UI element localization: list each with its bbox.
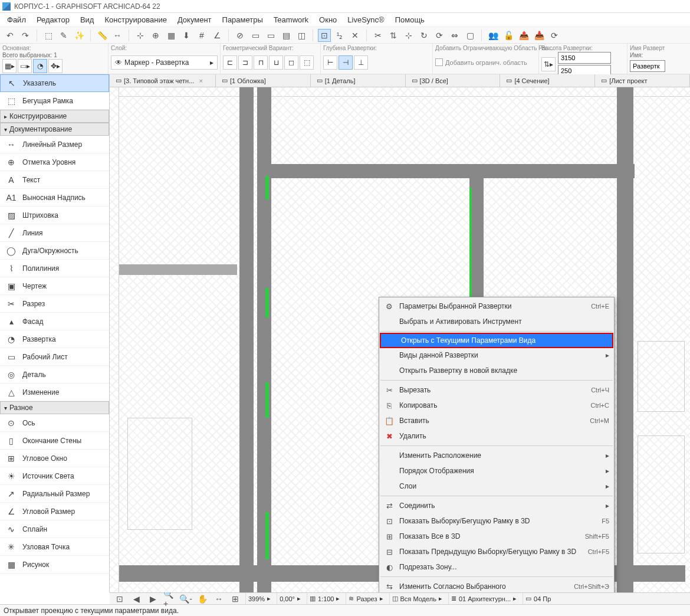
tool-item[interactable]: ⌇Полилиния xyxy=(0,260,109,277)
tool-item[interactable]: △Изменение xyxy=(0,384,109,401)
view-tab[interactable]: ▭[1 Деталь] xyxy=(311,74,406,87)
tool-item[interactable]: ▣Чертеж xyxy=(0,277,109,295)
tool-item[interactable]: ▯Окончание Стены xyxy=(0,432,109,450)
tool-item[interactable]: ▦Рисунок xyxy=(0,556,109,574)
tool-item[interactable]: ⬚Бегущая Рамка xyxy=(0,92,109,110)
ctx-item[interactable]: Открыть Развертку в новой вкладке xyxy=(379,363,614,378)
view-tab[interactable]: ▭[Лист проект xyxy=(595,74,690,87)
ctx-item[interactable]: ✖Удалить xyxy=(379,428,614,444)
zoom-prev-icon[interactable]: ◀ xyxy=(130,592,143,605)
bound-checkbox[interactable] xyxy=(435,58,443,66)
zoom-out-icon[interactable]: 🔍- xyxy=(179,592,192,605)
gravity-icon[interactable]: ⬇ xyxy=(180,29,193,42)
menu-view[interactable]: Вид xyxy=(75,14,99,25)
toolbox-header[interactable]: Документирование xyxy=(0,123,109,136)
tool-item[interactable]: ▭Рабочий Лист xyxy=(0,348,109,366)
edit-tool4-icon[interactable]: ↻ xyxy=(418,29,431,42)
grid-snap-icon[interactable]: # xyxy=(195,29,208,42)
depth-opt1-icon[interactable]: ⊢ xyxy=(323,55,337,70)
ctx-item[interactable]: Порядок Отображения xyxy=(379,463,614,479)
tool-item[interactable]: ↗Радиальный Размер xyxy=(0,485,109,503)
tool-item[interactable]: ✂Разрез xyxy=(0,295,109,313)
3d-cutaway-icon[interactable]: ◫ xyxy=(295,29,308,42)
eyedropper-icon[interactable]: ✎ xyxy=(57,29,70,42)
view-tab[interactable]: ▭[1 Обложка] xyxy=(216,74,311,87)
edit-tool1-icon[interactable]: ✂ xyxy=(372,29,385,42)
tool-item[interactable]: ☀Источник Света xyxy=(0,467,109,485)
trace-icon[interactable]: ▭ xyxy=(249,29,262,42)
trace2-icon[interactable]: ▭ xyxy=(264,29,277,42)
model-value[interactable]: Вся Модель xyxy=(400,595,436,602)
tool-item[interactable]: A1Выносная Надпись xyxy=(0,189,109,207)
edit-tool5-icon[interactable]: ⟳ xyxy=(433,29,446,42)
menu-window[interactable]: Окно xyxy=(314,14,341,25)
toolbox-header[interactable]: Конструирование xyxy=(0,110,109,123)
ctx-item[interactable]: ⊞Показать Все в 3DShift+F5 xyxy=(379,529,614,544)
ruler-icon[interactable]: 📏 xyxy=(96,29,109,42)
geom-opt2-icon[interactable]: ⊐ xyxy=(238,55,252,70)
angle-icon[interactable]: ∠ xyxy=(211,29,224,42)
team5-icon[interactable]: ⟳ xyxy=(548,29,561,42)
ctx-item[interactable]: ⇆Изменить Согласно ВыбранногоCtrl+Shift+… xyxy=(379,579,614,592)
dim-tool3-icon[interactable]: ✕ xyxy=(349,29,362,42)
undo-icon[interactable]: ↶ xyxy=(4,29,17,42)
ctx-item[interactable]: ⎘КопироватьCtrl+C xyxy=(379,398,614,413)
snap-icon[interactable]: ⊕ xyxy=(149,29,162,42)
view-tab[interactable]: ▭[3. Типовой этаж четн...× xyxy=(110,74,216,87)
menu-file[interactable]: Файл xyxy=(2,14,31,25)
ctx-item[interactable]: ⚙Параметры Выбранной РазверткиCtrl+E xyxy=(379,299,614,314)
team1-icon[interactable]: 👥 xyxy=(487,29,500,42)
height-top-input[interactable] xyxy=(558,52,611,64)
geom-opt5-icon[interactable]: ◻ xyxy=(284,55,298,70)
redo-icon[interactable]: ↷ xyxy=(19,29,32,42)
guide-icon[interactable]: ⊹ xyxy=(134,29,147,42)
angle-value[interactable]: 0,00° xyxy=(280,595,295,602)
ctx-item[interactable]: Изменить Расположение xyxy=(379,448,614,463)
ctx-item[interactable]: ⊡Показать Выборку/Бегущую Рамку в 3DF5 xyxy=(379,513,614,529)
pick-icon[interactable]: ⬚ xyxy=(42,29,55,42)
menu-help[interactable]: Помощь xyxy=(390,14,429,25)
tool-item[interactable]: ◯Дуга/Окружность xyxy=(0,242,109,260)
drawing-canvas[interactable]: ⚙Параметры Выбранной РазверткиCtrl+EВыбр… xyxy=(110,87,690,592)
edit-tool7-icon[interactable]: ▢ xyxy=(464,29,477,42)
grid-icon[interactable]: ▦ xyxy=(165,29,178,42)
tool-item[interactable]: ✳Узловая Точка xyxy=(0,538,109,556)
depth-opt2-icon[interactable]: ⊣ xyxy=(339,55,353,70)
ctx-item[interactable]: Открыть с Текущими Параметрами Вида xyxy=(380,333,613,348)
tool-item[interactable]: ∿Сплайн xyxy=(0,520,109,538)
tool-item[interactable]: ▨Штриховка xyxy=(0,207,109,224)
ruler2-icon[interactable]: ↔ xyxy=(111,29,124,42)
name-input[interactable] xyxy=(630,60,665,72)
mode-value[interactable]: Разрез xyxy=(356,595,377,602)
geom-opt3-icon[interactable]: ⊓ xyxy=(254,55,268,70)
ctx-item[interactable]: ⇄Соединить xyxy=(379,498,614,513)
menu-edit[interactable]: Редактор xyxy=(32,14,74,25)
tool-item[interactable]: ╱Линия xyxy=(0,224,109,242)
ctx-item[interactable]: ✂ВырезатьCtrl+Ч xyxy=(379,382,614,398)
tool-item[interactable]: ▴Фасад xyxy=(0,313,109,330)
ctx-item[interactable]: Виды данной Развертки xyxy=(379,348,614,363)
depth-opt3-icon[interactable]: ⊥ xyxy=(354,55,368,70)
zoom-fit-icon[interactable]: ⊡ xyxy=(113,592,126,605)
menu-livesync[interactable]: LiveSync® xyxy=(343,14,389,25)
view-tab[interactable]: ▭[3D / Все] xyxy=(406,74,501,87)
zoom-value[interactable]: 399% xyxy=(248,595,265,602)
ctx-item[interactable]: 📋ВставитьCtrl+M xyxy=(379,413,614,428)
sheet-value[interactable]: 04 Пр xyxy=(534,595,551,602)
zoom-in-icon[interactable]: 🔍+ xyxy=(163,592,176,605)
tool-item[interactable]: ↖Указатель xyxy=(0,74,109,92)
layer-dropdown[interactable]: 👁Маркер - Развертка ▸ xyxy=(111,55,218,70)
height-link-icon[interactable]: ⇅▸ xyxy=(541,57,556,71)
zoom-next-icon[interactable]: ▶ xyxy=(146,592,159,605)
team3-icon[interactable]: 📤 xyxy=(517,29,530,42)
layer-icon[interactable]: ▤ xyxy=(280,29,293,42)
tool-item[interactable]: ⊙Ось xyxy=(0,414,109,432)
layer-combo-value[interactable]: 01 Архитектурн... xyxy=(459,595,511,602)
menu-options[interactable]: Параметры xyxy=(218,14,268,25)
marker-mode-icon[interactable]: ◔ xyxy=(33,59,47,73)
tool-item[interactable]: ∠Угловой Размер xyxy=(0,503,109,520)
geom-opt1-icon[interactable]: ⊏ xyxy=(223,55,237,70)
ctx-item[interactable]: Слои xyxy=(379,479,614,494)
zoom-window-icon[interactable]: ⊞ xyxy=(229,592,242,605)
tool-item[interactable]: ↔Линейный Размер xyxy=(0,136,109,153)
